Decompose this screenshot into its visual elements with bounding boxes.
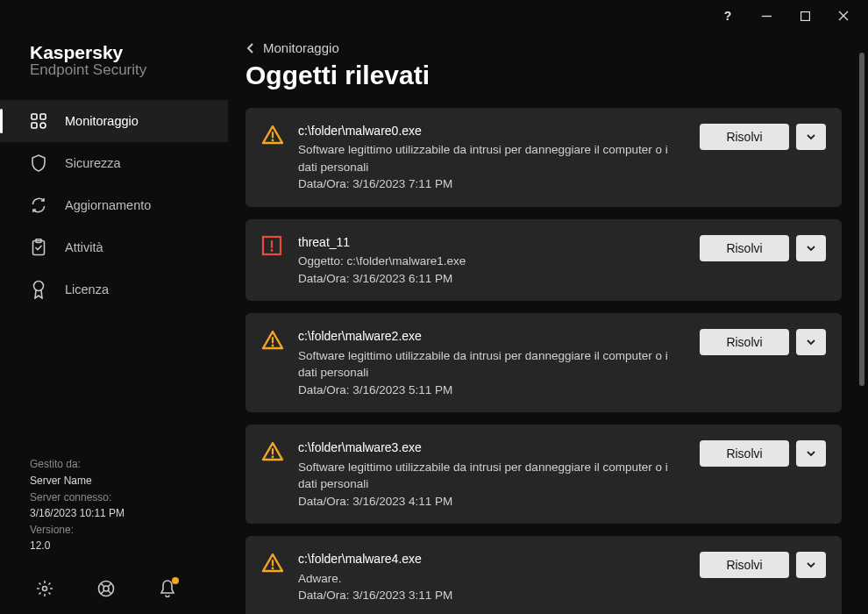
warning-icon: [261, 552, 284, 575]
svg-point-26: [272, 456, 274, 459]
svg-point-28: [272, 568, 274, 570]
maximize-button[interactable]: [787, 4, 822, 28]
sidebar-item-label: Aggiornamento: [65, 198, 151, 212]
support-icon[interactable]: [96, 579, 116, 598]
sidebar-item-label: Monitoraggio: [65, 114, 139, 128]
warning-icon: [261, 124, 284, 146]
help-button[interactable]: ?: [710, 4, 745, 28]
titlebar: ?: [0, 0, 868, 32]
scrollbar-thumb[interactable]: [859, 53, 864, 386]
sidebar-bottom-icons: [0, 570, 228, 614]
server-connected-value: 3/16/2023 10:11 PM: [30, 505, 198, 522]
resolve-button[interactable]: Risolvi: [700, 124, 789, 150]
resolve-button[interactable]: Risolvi: [700, 329, 789, 355]
sidebar-item-license[interactable]: Licenza: [0, 268, 228, 311]
svg-point-22: [271, 249, 274, 252]
main: Monitoraggio Oggetti rilevati c:\folder\…: [228, 32, 868, 614]
sidebar-item-tasks[interactable]: Attività: [0, 226, 228, 268]
brand-name: Kaspersky: [30, 42, 198, 63]
threat-body: c:\folder\malware3.exe Software legittim…: [298, 439, 686, 510]
more-actions-button[interactable]: [796, 552, 826, 578]
threat-datetime: Data/Ora: 3/16/2023 5:11 PM: [298, 382, 686, 399]
threat-datetime: Data/Ora: 3/16/2023 3:11 PM: [298, 587, 686, 604]
threat-actions: Risolvi: [700, 329, 826, 355]
chevron-down-icon: [806, 450, 816, 457]
sidebar-item-update[interactable]: Aggiornamento: [0, 184, 228, 226]
svg-rect-4: [32, 114, 37, 119]
chevron-down-icon: [806, 245, 816, 252]
more-actions-button[interactable]: [796, 329, 826, 355]
sidebar-item-security[interactable]: Sicurezza: [0, 142, 228, 184]
sidebar-item-monitoring[interactable]: Monitoraggio: [0, 100, 228, 142]
resolve-button[interactable]: Risolvi: [700, 440, 789, 467]
threat-card: c:\folder\malware2.exe Software legittim…: [245, 313, 842, 412]
threat-description: Software legittimo utilizzabile da intru…: [298, 347, 686, 382]
threat-datetime: Data/Ora: 3/16/2023 4:11 PM: [298, 493, 686, 510]
notifications-icon[interactable]: [158, 579, 177, 598]
more-actions-button[interactable]: [796, 124, 826, 150]
nav: Monitoraggio Sicurezza: [0, 100, 228, 311]
resolve-button[interactable]: Risolvi: [700, 235, 789, 261]
managed-by-label: Gestito da:: [30, 456, 198, 473]
chevron-down-icon: [806, 561, 816, 568]
settings-icon[interactable]: [35, 579, 54, 598]
dashboard-icon: [30, 112, 47, 130]
more-actions-button[interactable]: [796, 440, 826, 467]
threat-list: c:\folder\malware0.exe Software legittim…: [245, 108, 845, 614]
minimize-button[interactable]: [749, 4, 784, 28]
threat-actions: Risolvi: [700, 440, 826, 467]
threat-title: c:\folder\malware3.exe: [298, 439, 686, 456]
warning-icon: [261, 329, 284, 352]
threat-body: threat_11 Oggetto: c:\folder\malware1.ex…: [298, 233, 686, 287]
sidebar-item-label: Licenza: [65, 282, 109, 296]
chevron-left-icon: [245, 42, 254, 54]
svg-point-13: [103, 586, 109, 591]
svg-rect-5: [40, 114, 46, 119]
svg-rect-1: [800, 11, 809, 20]
critical-icon: [261, 235, 284, 258]
svg-line-14: [101, 583, 104, 587]
threat-description: Oggetto: c:\folder\malware1.exe: [298, 253, 686, 270]
refresh-icon: [30, 196, 47, 214]
close-button[interactable]: [826, 4, 861, 28]
threat-title: c:\folder\malware2.exe: [298, 327, 686, 345]
sidebar-item-label: Attività: [65, 240, 103, 254]
threat-body: c:\folder\malware0.exe Software legittim…: [298, 122, 686, 193]
svg-point-7: [40, 123, 46, 128]
svg-point-19: [272, 139, 274, 142]
chevron-down-icon: [806, 133, 816, 140]
resolve-button[interactable]: Risolvi: [700, 552, 789, 578]
version-label: Versione:: [30, 522, 198, 539]
sidebar: Kaspersky Endpoint Security Monitoraggio: [0, 32, 228, 614]
threat-actions: Risolvi: [700, 552, 826, 578]
threat-card: c:\folder\malware4.exe Adware. Data/Ora:…: [245, 536, 842, 614]
page-title: Oggetti rilevati: [245, 61, 845, 90]
managed-by-value: Server Name: [30, 473, 198, 489]
threat-body: c:\folder\malware4.exe Adware. Data/Ora:…: [298, 550, 686, 603]
threat-actions: Risolvi: [700, 235, 826, 261]
svg-line-15: [108, 583, 111, 587]
badge-icon: [30, 281, 47, 298]
more-actions-button[interactable]: [796, 235, 826, 261]
scrollbar[interactable]: [859, 53, 864, 579]
notification-dot: [172, 577, 179, 584]
threat-card: c:\folder\malware3.exe Software legittim…: [245, 425, 842, 524]
threat-card: threat_11 Oggetto: c:\folder\malware1.ex…: [245, 219, 842, 301]
clipboard-icon: [30, 239, 47, 256]
version-value: 12.0: [30, 538, 198, 554]
svg-line-16: [101, 590, 104, 594]
sidebar-item-label: Sicurezza: [65, 156, 121, 170]
breadcrumb[interactable]: Monitoraggio: [245, 40, 845, 55]
threat-datetime: Data/Ora: 3/16/2023 7:11 PM: [298, 175, 686, 193]
breadcrumb-label: Monitoraggio: [263, 40, 339, 55]
threat-actions: Risolvi: [700, 124, 826, 150]
brand: Kaspersky Endpoint Security: [0, 42, 228, 100]
svg-point-11: [43, 587, 47, 591]
warning-icon: [261, 440, 284, 463]
threat-card: c:\folder\malware0.exe Software legittim…: [245, 108, 842, 207]
svg-rect-6: [32, 123, 37, 128]
threat-description: Software legittimo utilizzabile da intru…: [298, 459, 686, 493]
threat-title: c:\folder\malware0.exe: [298, 122, 686, 139]
threat-description: Software legittimo utilizzabile da intru…: [298, 141, 686, 175]
threat-description: Adware.: [298, 570, 686, 588]
